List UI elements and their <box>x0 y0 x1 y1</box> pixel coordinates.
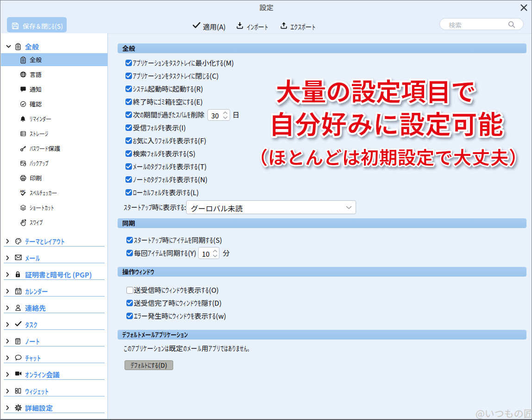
svg-text:大量の設定項目で: 大量の設定項目で <box>276 72 476 108</box>
svg-text:12: 12 <box>17 290 20 294</box>
svg-text:自分好みに設定可能: 自分好みに設定可能 <box>269 104 504 141</box>
svg-text:（ほとんどは初期設定で大丈夫）: （ほとんどは初期設定で大丈夫） <box>250 143 527 169</box>
